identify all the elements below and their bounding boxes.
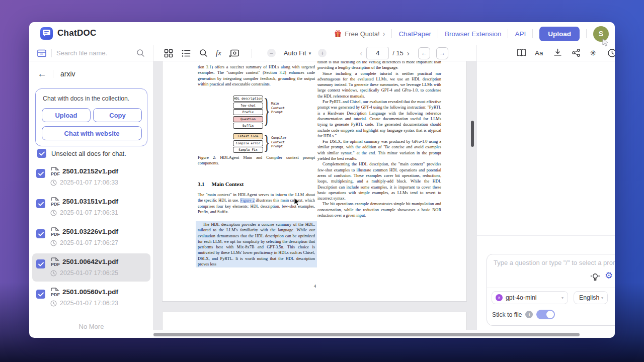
outline-list-icon[interactable] xyxy=(182,49,191,57)
file-time: 2025-01-07 17:06:23 xyxy=(60,300,118,307)
model-select-value: gpt-4o-mini xyxy=(506,294,537,301)
file-checkbox[interactable] xyxy=(36,229,45,238)
pdf-file-icon: PDF xyxy=(49,256,60,267)
svg-text:PDF: PDF xyxy=(51,292,60,297)
stick-to-file-row: Stick to file i xyxy=(492,310,555,319)
free-quota-link[interactable]: Free Quota! › xyxy=(334,30,385,38)
horizontal-scrollbar[interactable] xyxy=(153,333,580,336)
history-forward-button[interactable]: → xyxy=(436,47,448,59)
clock-history-icon[interactable] xyxy=(607,48,615,58)
search-input[interactable] xyxy=(56,49,122,57)
page-total-label: / 15 xyxy=(392,49,404,57)
zoom-in-button[interactable]: + xyxy=(318,49,327,57)
pdf-paragraph: Complementing the HDL description, the "… xyxy=(317,161,441,201)
pdf-vertical-scrollbar[interactable] xyxy=(471,121,474,147)
fit-mode-select[interactable]: Auto Fit xyxy=(284,49,306,57)
figure-box: Question xyxy=(233,116,263,122)
chevron-down-icon[interactable]: ▾ xyxy=(309,51,311,56)
file-checkbox[interactable] xyxy=(36,199,45,208)
figure-box: Latest Code xyxy=(233,133,263,139)
pdf-page-number: 4 xyxy=(163,284,467,289)
next-page-chevron[interactable]: › xyxy=(407,49,410,57)
gear-icon[interactable]: ⚙ xyxy=(605,271,613,280)
chat-with-website-button[interactable]: Chat with website xyxy=(42,126,142,140)
question-input[interactable]: Type a question or type "/" to select a … xyxy=(494,259,615,266)
file-list-item[interactable]: PDF 2501.00642v1.pdf 2025-01-07 17:06:25 xyxy=(32,253,150,282)
divider xyxy=(477,235,615,236)
download-icon[interactable] xyxy=(553,48,562,57)
nav-browser-extension[interactable]: Browser Extension xyxy=(445,30,502,38)
model-select[interactable]: ✳ gpt-4o-mini ▾ xyxy=(492,291,568,304)
file-list-item[interactable]: PDF 2501.03151v1.pdf 2025-01-07 17:06:31 xyxy=(32,193,150,221)
font-settings-icon[interactable]: Aa xyxy=(535,49,543,57)
nav-api[interactable]: API xyxy=(515,30,526,38)
clock-icon xyxy=(50,300,57,307)
app-title: ChatDOC xyxy=(57,28,97,38)
divider xyxy=(586,29,587,38)
figure-box: Prefix xyxy=(233,109,263,115)
section-ref-link[interactable]: 3.1 xyxy=(206,65,211,69)
chevron-right-icon: › xyxy=(383,30,385,38)
history-back-button[interactable]: ← xyxy=(418,47,430,59)
stick-to-file-toggle[interactable] xyxy=(536,310,555,319)
figure-box: Suffix xyxy=(233,123,263,129)
file-meta: 2025-01-07 17:06:31 xyxy=(50,209,118,216)
prev-page-chevron[interactable]: ‹ xyxy=(360,49,362,57)
file-list-item[interactable]: PDF 2501.03226v1.pdf 2025-01-07 17:06:27 xyxy=(32,223,150,251)
pdf-paragraph: Since including a complete tutorial is n… xyxy=(317,71,441,99)
file-list-item[interactable]: PDF 2501.00560v1.pdf 2025-01-07 17:06:23 xyxy=(32,284,150,312)
file-checkbox[interactable] xyxy=(36,290,45,299)
divider xyxy=(391,29,392,38)
user-avatar[interactable]: S xyxy=(593,26,609,42)
file-time: 2025-01-07 17:06:27 xyxy=(60,239,118,246)
figure-box: Sample Fix xyxy=(233,147,263,153)
collection-upload-button[interactable]: Upload xyxy=(42,108,91,122)
screenshot-icon[interactable] xyxy=(229,49,239,58)
clock-icon xyxy=(50,210,57,216)
search-document-icon[interactable] xyxy=(199,49,208,57)
page-number-input[interactable] xyxy=(366,47,389,59)
divider xyxy=(51,49,52,57)
unselect-all-checkbox[interactable] xyxy=(37,149,46,158)
chatdoc-logo-icon[interactable] xyxy=(40,27,53,40)
file-meta: 2025-01-07 17:06:23 xyxy=(50,300,118,307)
figure-caption: Figure 2: HDLAgent Main and Compiler con… xyxy=(198,155,315,166)
svg-text:PDF: PDF xyxy=(51,171,60,176)
figure-compiler-label: Compiler Context Prompt xyxy=(271,136,287,149)
language-select[interactable]: English ▾ xyxy=(574,291,608,304)
back-arrow-icon[interactable]: ← xyxy=(37,68,47,79)
figure-compiler-context-boxes: Latest CodeCompile errorSample Fix xyxy=(233,133,263,154)
pdf-paragraph: For PyRTL and Chisel, our evaluation rev… xyxy=(317,99,441,139)
lightbulb-icon[interactable] xyxy=(590,272,600,282)
share-icon[interactable] xyxy=(572,48,581,57)
thumbnail-grid-icon[interactable] xyxy=(164,49,173,58)
upload-button[interactable]: Upload xyxy=(539,27,580,41)
section-ref-link[interactable]: 3.2 xyxy=(280,70,285,75)
file-checkbox[interactable] xyxy=(36,259,45,268)
formula-icon[interactable]: fx xyxy=(216,49,221,57)
divider xyxy=(438,29,438,38)
file-list: PDF 2501.02152v1.pdf 2025-01-07 17:06:33… xyxy=(29,163,153,314)
app-header: ChatDOC Free Quota! › ChatPaper Browser … xyxy=(29,22,615,45)
figure-main-label: Main Context Prompt xyxy=(271,102,285,115)
collection-header: ← arxiv xyxy=(29,68,75,79)
info-icon[interactable]: i xyxy=(525,311,533,318)
divider xyxy=(532,29,533,38)
language-select-value: English xyxy=(579,294,599,301)
pdf-file-icon: PDF xyxy=(49,196,60,207)
book-icon[interactable] xyxy=(517,48,526,57)
zoom-out-button[interactable]: − xyxy=(267,49,276,57)
search-icon[interactable] xyxy=(136,49,145,57)
file-time: 2025-01-07 17:06:33 xyxy=(60,179,118,186)
file-name: 2501.02152v1.pdf xyxy=(62,167,118,175)
nav-chatpaper[interactable]: ChatPaper xyxy=(398,30,431,38)
file-list-item[interactable]: PDF 2501.02152v1.pdf 2025-01-07 17:06:33 xyxy=(32,163,150,191)
figure-brace: } xyxy=(264,95,270,127)
openai-icon[interactable]: ✳ xyxy=(590,49,596,57)
figure-box: Compile error xyxy=(233,140,263,146)
figure-2-link[interactable]: Figure 2 xyxy=(240,198,254,203)
collection-copy-button[interactable]: Copy xyxy=(93,108,142,122)
pdf-toolbar: fx − Auto Fit ▾ + ‹ / 15 › ← → xyxy=(153,45,476,61)
archive-icon[interactable] xyxy=(37,49,46,57)
file-checkbox[interactable] xyxy=(36,169,45,178)
